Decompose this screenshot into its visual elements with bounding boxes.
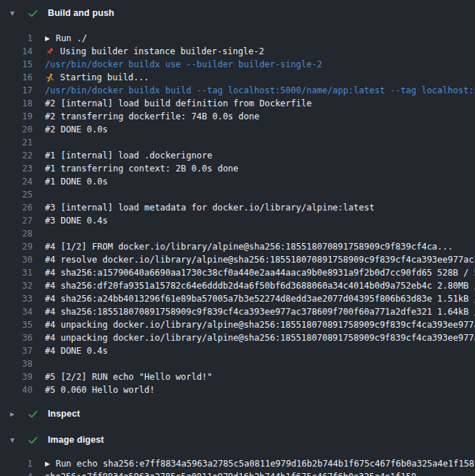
line-number[interactable]: 28 — [0, 229, 33, 239]
chevron-down-icon: ▾ — [10, 435, 20, 444]
line-content: #4 [1/2] FROM docker.io/library/alpine@s… — [45, 242, 475, 252]
log-line: 25 — [0, 188, 475, 201]
log-text: Run ./ — [56, 33, 87, 43]
line-number[interactable]: 1 — [0, 33, 33, 43]
log-line: 21 — [0, 136, 475, 149]
section-title: Build and push — [48, 8, 114, 18]
line-number[interactable]: 23 — [0, 163, 33, 174]
line-content: #1 [internal] load .dockerignore — [45, 150, 475, 161]
section-title: Image digest — [48, 435, 104, 445]
log-line: 32#4 sha256:df20fa9351a15782c64e6dddb2d4… — [0, 279, 475, 292]
line-number[interactable]: 17 — [0, 85, 33, 95]
line-content: sha256:e7ff8834a5963a2785c5a0811e979d16b… — [45, 472, 475, 476]
log-line: 37#4 DONE 0.4s — [0, 344, 475, 357]
section-header-build-and-push[interactable]: ▾Build and push — [0, 0, 475, 26]
log-sections: ▾Build and push1▶Run ./14Using builder i… — [0, 0, 475, 476]
log-line: 19#2 transferring dockerfile: 74B 0.0s d… — [0, 110, 475, 123]
log-line: 30#4 resolve docker.io/library/alpine@sh… — [0, 253, 475, 266]
line-number[interactable]: 16 — [0, 72, 33, 82]
line-number[interactable]: 34 — [0, 307, 33, 317]
log-line: 17/usr/bin/docker buildx build --tag loc… — [0, 84, 475, 97]
log-line: 40#5 0.060 Hello world! — [0, 383, 475, 396]
log-text: #4 sha256:a15790640a6690aa1730c38cf0a440… — [45, 268, 475, 278]
log-text: #2 [internal] load build definition from… — [45, 98, 311, 109]
line-content: #4 unpacking docker.io/library/alpine@sh… — [45, 320, 475, 330]
line-number[interactable]: 22 — [0, 150, 33, 161]
line-number[interactable]: 27 — [0, 216, 33, 226]
line-number[interactable]: 26 — [0, 203, 33, 213]
line-content: #1 transferring context: 2B 0.0s done — [45, 163, 475, 174]
log-line: 33#4 sha256:a24bb4013296f61e89ba57005a7b… — [0, 292, 475, 305]
line-number[interactable]: 20 — [0, 124, 33, 135]
line-content: #4 sha256:df20fa9351a15782c64e6dddb2d4a6… — [45, 281, 475, 291]
log-line: 29#4 [1/2] FROM docker.io/library/alpine… — [0, 240, 475, 253]
log-text: #5 [2/2] RUN echo "Hello world!" — [45, 372, 212, 382]
log-line: 1▶Run ./ — [0, 32, 475, 45]
line-number[interactable]: 40 — [0, 385, 33, 395]
section-header-inspect[interactable]: ▸Inspect — [0, 401, 475, 427]
line-number[interactable]: 35 — [0, 320, 33, 330]
log-line: 1▶Run echo sha256:e7ff8834a5963a2785c5a0… — [0, 457, 475, 470]
chevron-down-icon: ▾ — [10, 9, 20, 17]
command-text: /usr/bin/docker buildx use --builder bui… — [45, 59, 322, 69]
line-content: #4 sha256:a15790640a6690aa1730c38cf0a440… — [45, 268, 475, 278]
runner-emoji — [45, 73, 55, 82]
line-number[interactable]: 36 — [0, 333, 33, 343]
log-text: #3 [internal] load metadata for docker.i… — [45, 203, 374, 213]
log-text: #4 sha256:a24bb4013296f61e89ba57005a7b3e… — [45, 294, 475, 304]
expand-right-icon[interactable]: ▶ — [45, 35, 50, 42]
log-text: #1 transferring context: 2B 0.0s done — [45, 163, 238, 174]
line-number[interactable]: 29 — [0, 242, 33, 252]
log-text: #5 0.060 Hello world! — [45, 385, 155, 395]
line-number[interactable]: 15 — [0, 59, 33, 69]
line-content: ▶Run ./ — [45, 33, 475, 43]
line-content: #4 DONE 0.4s — [45, 346, 475, 356]
log-text: Run echo sha256:e7ff8834a5963a2785c5a081… — [56, 459, 474, 469]
line-number[interactable]: 25 — [0, 190, 33, 200]
log-line: 14Using builder instance builder-single-… — [0, 45, 475, 58]
line-number[interactable]: 30 — [0, 255, 33, 265]
section-log-build-and-push: 1▶Run ./14Using builder instance builder… — [0, 26, 475, 401]
log-line: 15/usr/bin/docker buildx use --builder b… — [0, 58, 475, 71]
log-line: 27#3 DONE 0.4s — [0, 214, 475, 227]
line-number[interactable]: 24 — [0, 177, 33, 187]
log-line: 4sha256:e7ff8834a5963a2785c5a0811e979d16… — [0, 470, 475, 476]
log-text: #4 sha256:df20fa9351a15782c64e6dddb2d4a6… — [45, 281, 475, 291]
section-header-image-digest[interactable]: ▾Image digest — [0, 427, 475, 453]
line-content: /usr/bin/docker buildx use --builder bui… — [45, 59, 475, 69]
line-content: #4 unpacking docker.io/library/alpine@sh… — [45, 333, 475, 343]
log-text: #2 transferring dockerfile: 74B 0.0s don… — [45, 111, 259, 122]
line-number[interactable]: 18 — [0, 98, 33, 109]
line-number[interactable]: 37 — [0, 346, 33, 356]
line-number[interactable]: 19 — [0, 111, 33, 122]
line-number[interactable]: 33 — [0, 294, 33, 304]
log-line: 34#4 sha256:185518070891758909c9f839cf4c… — [0, 305, 475, 318]
line-content: #5 0.060 Hello world! — [45, 385, 475, 395]
section-title: Inspect — [48, 409, 80, 419]
line-number[interactable]: 1 — [0, 459, 33, 469]
log-line: 35#4 unpacking docker.io/library/alpine@… — [0, 318, 475, 331]
line-content: #1 DONE 0.0s — [45, 177, 475, 187]
line-content: /usr/bin/docker buildx build --tag local… — [45, 85, 475, 95]
log-text: #4 DONE 0.4s — [45, 346, 108, 356]
line-content: #4 sha256:185518070891758909c9f839cf4ca3… — [45, 307, 475, 317]
line-number[interactable]: 14 — [0, 46, 33, 56]
log-text: Starting build... — [60, 72, 149, 82]
log-line: 28 — [0, 227, 475, 240]
log-line: 31#4 sha256:a15790640a6690aa1730c38cf0a4… — [0, 266, 475, 279]
expand-right-icon[interactable]: ▶ — [45, 461, 50, 467]
line-number[interactable]: 21 — [0, 137, 33, 148]
line-content: #5 [2/2] RUN echo "Hello world!" — [45, 372, 475, 382]
line-number[interactable]: 38 — [0, 359, 33, 369]
line-number[interactable]: 4 — [0, 472, 33, 476]
log-line: 16Starting build... — [0, 71, 475, 84]
pushpin-emoji — [45, 47, 55, 56]
log-line: 20#2 DONE 0.0s — [0, 123, 475, 136]
log-text: #4 sha256:185518070891758909c9f839cf4ca3… — [45, 307, 475, 317]
check-icon — [28, 435, 39, 446]
line-number[interactable]: 32 — [0, 281, 33, 291]
line-content: #2 DONE 0.0s — [45, 124, 475, 135]
line-number[interactable]: 39 — [0, 372, 33, 382]
log-text: #1 [internal] load .dockerignore — [45, 150, 212, 161]
line-number[interactable]: 31 — [0, 268, 33, 278]
